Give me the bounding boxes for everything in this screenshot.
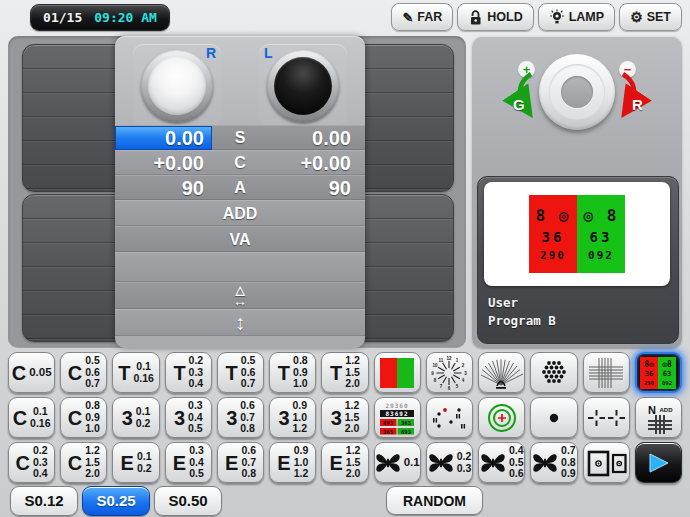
chart-values: 0.10.16 [133, 361, 153, 384]
step-button-s0.25[interactable]: S0.25 [82, 486, 150, 516]
next-page-chart-button[interactable] [635, 442, 682, 483]
duochrome-chart-preview: 8 ◎36290 ◎ 863092 [529, 195, 625, 273]
prism-row[interactable]: △↔ [115, 282, 365, 309]
chart-3-0.3-0.4-0.5-button[interactable]: 30.30.40.5 [165, 397, 212, 438]
preview-red-line: 8 ◎ [536, 206, 571, 225]
left-eye-s-value[interactable]: 0.00 [268, 127, 365, 150]
near-add-cross-chart-button[interactable]: NADD [635, 397, 682, 438]
far-button[interactable]: ✎FAR [391, 3, 453, 31]
chart-E-0.6-0.7-0.8-button[interactable]: E0.60.70.8 [217, 442, 264, 483]
dot-cluster-icon [533, 356, 575, 390]
measure-row-va[interactable]: VA [115, 226, 365, 252]
preview-red-line: 36 [542, 229, 565, 245]
near-add-cross-icon: NADD [637, 401, 679, 435]
random-button[interactable]: RANDOM [386, 486, 483, 515]
step-button-s0.50[interactable]: S0.50 [154, 486, 222, 516]
chart-T-0.5-0.6-0.7-button[interactable]: T0.50.60.7 [217, 352, 264, 393]
butterfly-icon [480, 448, 506, 478]
redgreen-split-icon [376, 356, 418, 390]
butterfly-chart-button[interactable]: 0.1 [374, 442, 421, 483]
chart-C-0.1-0.16-button[interactable]: C0.10.16 [8, 397, 55, 438]
chart-3-0.6-0.7-0.8-button[interactable]: 30.60.70.8 [217, 397, 264, 438]
single-dot-chart-button[interactable] [530, 397, 577, 438]
chart-C-0.8-0.9-1.0-button[interactable]: C0.80.91.0 [60, 397, 107, 438]
concentric-rings-chart-button[interactable] [478, 397, 525, 438]
butterfly-chart-button[interactable]: 0.70.80.9 [530, 442, 577, 483]
chart-letter: E [173, 453, 186, 473]
svg-text:63: 63 [663, 370, 671, 378]
chart-E-0.9-1.0-1.2-button[interactable]: E0.91.01.2 [269, 442, 316, 483]
chart-values: 0.20.3 [457, 451, 472, 474]
fan-chart-icon [481, 356, 523, 390]
chart-E-0.1-0.2-button[interactable]: E0.10.2 [112, 442, 159, 483]
measure-label-va: VA [115, 231, 365, 249]
cross-grid-chart-button[interactable] [583, 352, 630, 393]
chart-3-0.1-0.2-button[interactable]: 30.10.2 [112, 397, 159, 438]
svg-text:9: 9 [432, 370, 435, 375]
svg-text:4: 4 [462, 378, 465, 383]
chart-C-1.2-1.5-2.0-button[interactable]: C1.21.52.0 [60, 442, 107, 483]
right-eye-tile[interactable]: R [133, 44, 221, 126]
butterfly-chart-button[interactable]: 0.40.50.6 [478, 442, 525, 483]
hold-button[interactable]: HOLD [457, 3, 533, 31]
concentric-rings-icon [481, 401, 523, 435]
svg-text:092: 092 [662, 380, 672, 386]
duochrome-numbers-chart-button[interactable]: 8◎◎83663290092 [635, 352, 682, 393]
fan-chart-chart-button[interactable] [478, 352, 525, 393]
chart-letter: 3 [331, 408, 342, 428]
prism-icon: △↔ [115, 285, 365, 307]
chart-T-1.2-1.5-2.0-button[interactable]: T1.21.52.0 [321, 352, 368, 393]
multirow-chart-chart-button[interactable]: 2936083692693365365693 [374, 397, 421, 438]
bracket-targets-chart-button[interactable] [583, 442, 630, 483]
clock-dial-icon: 121234567891011 [428, 356, 470, 390]
svg-text:83692: 83692 [386, 410, 409, 417]
chart-values: 0.80.91.0 [85, 400, 100, 435]
chart-T-0.2-0.3-0.4-button[interactable]: T0.20.30.4 [165, 352, 212, 393]
measure-row-add[interactable]: ADD [115, 200, 365, 226]
lock-icon [468, 9, 483, 26]
chart-button-grid: C0.05C0.50.60.7T0.10.16T0.20.30.4T0.50.6… [8, 352, 682, 483]
right-eye-s-value[interactable]: 0.00 [115, 126, 212, 150]
chart-E-0.3-0.4-0.5-button[interactable]: E0.30.40.5 [165, 442, 212, 483]
measure-row-a: 90A90 [115, 175, 365, 200]
left-eye-c-value[interactable]: +0.00 [268, 152, 365, 175]
lamp-button[interactable]: LAMP [538, 3, 615, 31]
chart-values: 0.10.2 [137, 451, 152, 474]
butterfly-chart-button[interactable]: 0.20.3 [426, 442, 473, 483]
chart-T-0.1-0.16-button[interactable]: T0.10.16 [112, 352, 159, 393]
svg-text:5: 5 [456, 383, 459, 388]
measurement-panel: R L 64.0 BIN 0.00S0.00+0.00C+0.0090A90AD… [115, 36, 365, 348]
svg-text:29360: 29360 [386, 402, 409, 409]
clock-dial-chart-button[interactable]: 121234567891011 [426, 352, 473, 393]
scatter-dots-chart-button[interactable] [426, 397, 473, 438]
control-knob[interactable] [539, 54, 615, 130]
chart-preview-card[interactable]: 8 ◎36290 ◎ 863092 [484, 182, 670, 286]
svg-text:2: 2 [462, 363, 465, 368]
measurement-rows: 0.00S0.00+0.00C+0.0090A90ADDVA△↔↕ [115, 125, 365, 336]
chart-E-1.2-1.5-2.0-button[interactable]: E1.21.52.0 [321, 442, 368, 483]
left-eye-tile[interactable]: L [259, 44, 347, 126]
left-eye-a-value[interactable]: 90 [268, 177, 365, 200]
date-label: 01/15 [43, 10, 82, 25]
chart-T-0.8-0.9-1.0-button[interactable]: T0.80.91.0 [269, 352, 316, 393]
chart-C-0.5-0.6-0.7-button[interactable]: C0.50.60.7 [60, 352, 107, 393]
chart-C-0.2-0.3-0.4-button[interactable]: C0.20.30.4 [8, 442, 55, 483]
right-eye-c-value[interactable]: +0.00 [115, 151, 212, 175]
left-eye-label: L [264, 45, 273, 61]
dot-cluster-chart-button[interactable] [530, 352, 577, 393]
chart-C-0.05-button[interactable]: C0.05 [8, 352, 55, 393]
broken-cross-chart-button[interactable] [583, 397, 630, 438]
svg-text:◎8: ◎8 [663, 360, 673, 369]
vertical-move-row[interactable]: ↕ [115, 309, 365, 336]
chart-3-1.2-1.5-2.0-button[interactable]: 31.21.52.0 [321, 397, 368, 438]
chart-values: 0.05 [29, 367, 51, 379]
right-eye-a-value[interactable]: 90 [115, 176, 212, 200]
redgreen-split-chart-button[interactable] [374, 352, 421, 393]
chart-letter: T [278, 363, 290, 383]
chart-3-0.9-1.0-1.2-button[interactable]: 30.91.01.2 [269, 397, 316, 438]
set-button[interactable]: ⚙SET [619, 3, 682, 31]
chart-letter: 3 [122, 408, 133, 428]
measure-row-s: 0.00S0.00 [115, 125, 365, 150]
step-button-s0.12[interactable]: S0.12 [10, 486, 78, 516]
svg-text:12: 12 [447, 356, 453, 361]
